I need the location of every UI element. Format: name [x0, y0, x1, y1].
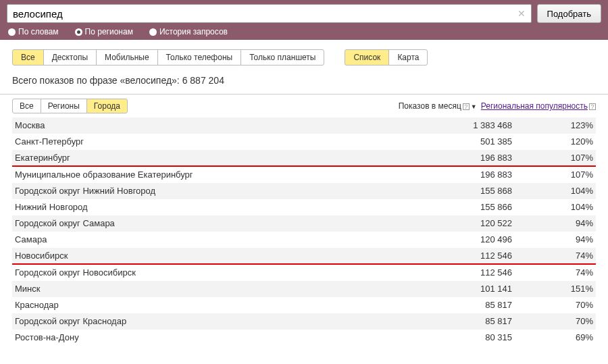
cell-popularity: 74% — [512, 251, 593, 261]
cell-popularity: 69% — [512, 332, 593, 342]
cell-shows: 155 866 — [390, 202, 512, 212]
cell-popularity: 74% — [512, 267, 593, 278]
cell-region-name: Новосибирск — [15, 251, 390, 261]
filter-button[interactable]: Города — [86, 99, 128, 113]
cell-region-name: Городской округ Новосибирск — [15, 267, 390, 278]
cell-popularity: 107% — [512, 170, 593, 180]
table-row: Муниципальное образование Екатеринбург19… — [12, 167, 596, 183]
radio-icon — [75, 28, 82, 36]
table-row: Краснодар85 81770% — [12, 297, 596, 313]
table-row: Новосибирск112 54674% — [12, 248, 596, 265]
cell-region-name: Муниципальное образование Екатеринбург — [15, 170, 390, 180]
table-row: Городской округ Новосибирск112 54674% — [12, 265, 596, 281]
cell-region-name: Минск — [15, 284, 390, 294]
cell-shows: 101 141 — [390, 284, 512, 294]
cell-popularity: 107% — [512, 153, 593, 163]
cell-region-name: Городской округ Самара — [15, 218, 390, 228]
device-tab[interactable]: Только телефоны — [157, 49, 242, 66]
mode-by-words[interactable]: По словам — [8, 27, 59, 36]
cell-shows: 112 546 — [390, 251, 512, 261]
cell-shows: 196 883 — [390, 153, 512, 163]
table-row: Городской округ Краснодар85 81770% — [12, 313, 596, 330]
view-tab[interactable]: Список — [345, 49, 389, 66]
cell-region-name: Городской округ Краснодар — [15, 316, 390, 326]
device-tab-group: ВсеДесктопыМобильныеТолько телефоныТольк… — [12, 49, 324, 66]
cell-popularity: 120% — [512, 136, 593, 147]
table-row: Самара120 49694% — [12, 232, 596, 248]
cell-popularity: 123% — [512, 120, 593, 130]
cell-popularity: 70% — [512, 300, 593, 310]
view-tab[interactable]: Карта — [388, 49, 428, 66]
mode-by-regions[interactable]: По регионам — [75, 27, 133, 36]
mode-label: По словам — [18, 27, 59, 36]
cell-region-name: Екатеринбург — [15, 153, 390, 163]
cell-popularity: 94% — [512, 234, 593, 244]
cell-region-name: Нижний Новгород — [15, 202, 390, 212]
device-tab[interactable]: Десктопы — [43, 49, 97, 66]
cell-popularity: 151% — [512, 284, 593, 294]
radio-icon — [149, 28, 157, 36]
help-icon[interactable]: ? — [589, 103, 596, 110]
table-row: Городской округ Нижний Новгород155 86810… — [12, 183, 596, 199]
col-popularity[interactable]: Региональная популярность? — [481, 101, 596, 111]
filter-button[interactable]: Регионы — [41, 99, 87, 113]
cell-region-name: Санкт-Петербург — [15, 136, 390, 147]
search-input-wrap: ✕ — [7, 4, 532, 23]
submit-button[interactable]: Подобрать — [537, 4, 601, 23]
mode-history[interactable]: История запросов — [149, 27, 228, 36]
filter-group: ВсеРегионыГорода — [12, 99, 128, 113]
cell-shows: 1 383 468 — [390, 120, 512, 130]
mode-label: По регионам — [85, 27, 133, 36]
cell-shows: 85 817 — [390, 300, 512, 310]
table-header: ВсеРегионыГорода Показов в месяц?▼ Регио… — [0, 94, 608, 118]
cell-region-name: Ростов-на-Дону — [15, 332, 390, 342]
cell-popularity: 94% — [512, 218, 593, 228]
mode-label: История запросов — [159, 27, 228, 36]
view-tab-group: СписокКарта — [345, 49, 428, 66]
table-row: Санкт-Петербург501 385120% — [12, 134, 596, 150]
table-row: Москва1 383 468123% — [12, 118, 596, 134]
cell-shows: 196 883 — [390, 170, 512, 180]
table-row: Городской округ Самара120 52294% — [12, 215, 596, 232]
sort-desc-icon: ▼ — [471, 103, 477, 110]
cell-region-name: Москва — [15, 120, 390, 130]
cell-popularity: 104% — [512, 202, 593, 212]
cell-region-name: Городской округ Нижний Новгород — [15, 186, 390, 196]
cell-region-name: Самара — [15, 234, 390, 244]
cell-shows: 85 817 — [390, 316, 512, 326]
table-row: Ростов-на-Дону80 31569% — [12, 330, 596, 346]
close-icon[interactable]: ✕ — [517, 8, 526, 19]
data-table: Москва1 383 468123%Санкт-Петербург501 38… — [0, 118, 608, 346]
cell-shows: 155 868 — [390, 186, 512, 196]
radio-icon — [8, 28, 16, 36]
cell-shows: 120 522 — [390, 218, 512, 228]
table-row: Минск101 141151% — [12, 281, 596, 297]
device-tab[interactable]: Только планшеты — [240, 49, 324, 66]
cell-region-name: Краснодар — [15, 300, 390, 310]
search-bar: ✕ Подобрать По словам По регионам Истори… — [0, 0, 608, 40]
mode-radio-group: По словам По регионам История запросов — [7, 23, 601, 38]
cell-shows: 501 385 — [390, 136, 512, 147]
search-input[interactable] — [13, 8, 517, 20]
tab-row: ВсеДесктопыМобильныеТолько телефоныТольк… — [0, 40, 608, 72]
cell-shows: 112 546 — [390, 267, 512, 278]
cell-popularity: 70% — [512, 316, 593, 326]
col-shows-label: Показов в месяц — [399, 101, 461, 111]
table-row: Нижний Новгород155 866104% — [12, 199, 596, 215]
summary-text: Всего показов по фразе «велосипед»: 6 88… — [0, 72, 608, 94]
filter-button[interactable]: Все — [12, 99, 41, 113]
table-row: Екатеринбург196 883107% — [12, 150, 596, 167]
cell-shows: 120 496 — [390, 234, 512, 244]
col-shows[interactable]: Показов в месяц?▼ — [399, 101, 477, 111]
device-tab[interactable]: Все — [12, 49, 44, 66]
cell-popularity: 104% — [512, 186, 593, 196]
device-tab[interactable]: Мобильные — [96, 49, 158, 66]
col-popularity-label: Региональная популярность — [481, 101, 588, 111]
cell-shows: 80 315 — [390, 332, 512, 342]
help-icon[interactable]: ? — [463, 103, 470, 110]
